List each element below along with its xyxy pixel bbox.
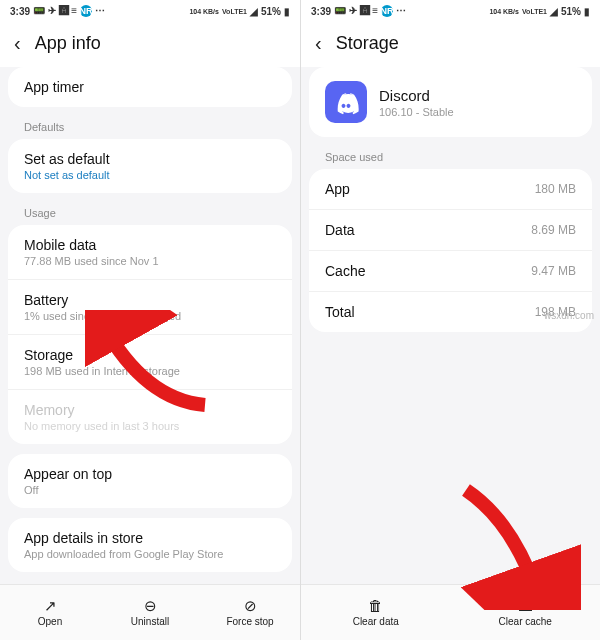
- clear-data-button[interactable]: 🗑 Clear data: [301, 585, 451, 640]
- status-icons-left: 📟 ✈ 🅰 ≡ NR ⋯: [334, 5, 406, 17]
- row-battery[interactable]: Battery 1% used since last fully charged: [8, 279, 292, 334]
- header: ‹ App info: [0, 22, 300, 67]
- status-icons-left: 📟 ✈ 🅰 ≡ NR ⋯: [33, 5, 105, 17]
- row-app-details-store[interactable]: App details in store App downloaded from…: [8, 518, 292, 572]
- row-storage[interactable]: Storage 198 MB used in Internal storage: [8, 334, 292, 389]
- discord-icon: [325, 81, 367, 123]
- clear-cache-button[interactable]: 🗃 Clear cache: [451, 585, 601, 640]
- row-appear-on-top[interactable]: Appear on top Off: [8, 454, 292, 508]
- bottom-bar: 🗑 Clear data 🗃 Clear cache: [301, 584, 600, 640]
- back-icon[interactable]: ‹: [315, 32, 322, 55]
- status-net: 104 KB/s: [489, 8, 519, 15]
- app-header: Discord 106.10 - Stable: [309, 67, 592, 137]
- row-set-default[interactable]: Set as default Not set as default: [8, 139, 292, 193]
- row-app-size: App 180 MB: [309, 169, 592, 209]
- status-net: 104 KB/s: [189, 8, 219, 15]
- section-defaults: Defaults: [8, 117, 292, 139]
- trash-icon: 🗑: [368, 598, 383, 613]
- row-mobile-data[interactable]: Mobile data 77.88 MB used since Nov 1: [8, 225, 292, 279]
- page-title: Storage: [336, 33, 399, 54]
- uninstall-button[interactable]: ⊖ Uninstall: [100, 585, 200, 640]
- open-icon: ↗: [44, 598, 57, 613]
- header: ‹ Storage: [301, 22, 600, 67]
- section-usage: Usage: [8, 203, 292, 225]
- row-app-timer[interactable]: App timer: [8, 67, 292, 107]
- status-time: 3:39: [10, 6, 30, 17]
- battery-icon: ▮: [284, 6, 290, 17]
- battery-icon: ▮: [584, 6, 590, 17]
- page-title: App info: [35, 33, 101, 54]
- screen-app-info: 3:39 📟 ✈ 🅰 ≡ NR ⋯ 104 KB/s VoLTE1 ◢ 51% …: [0, 0, 300, 640]
- signal-icon: ◢: [550, 6, 558, 17]
- section-space-used: Space used: [309, 147, 592, 169]
- watermark: wsxdn.com: [544, 310, 594, 321]
- row-data-size: Data 8.69 MB: [309, 209, 592, 250]
- row-memory: Memory No memory used in last 3 hours: [8, 389, 292, 444]
- status-bar: 3:39 📟 ✈ 🅰 ≡ NR ⋯ 104 KB/s VoLTE1 ◢ 51% …: [301, 0, 600, 22]
- row-cache-size: Cache 9.47 MB: [309, 250, 592, 291]
- status-volte: VoLTE1: [222, 8, 247, 15]
- status-time: 3:39: [311, 6, 331, 17]
- battery-pct: 51%: [261, 6, 281, 17]
- back-icon[interactable]: ‹: [14, 32, 21, 55]
- uninstall-icon: ⊖: [144, 598, 157, 613]
- clear-cache-icon: 🗃: [518, 598, 533, 613]
- force-stop-icon: ⊘: [244, 598, 257, 613]
- status-volte: VoLTE1: [522, 8, 547, 15]
- app-name: Discord: [379, 87, 454, 104]
- force-stop-button[interactable]: ⊘ Force stop: [200, 585, 300, 640]
- open-button[interactable]: ↗ Open: [0, 585, 100, 640]
- status-bar: 3:39 📟 ✈ 🅰 ≡ NR ⋯ 104 KB/s VoLTE1 ◢ 51% …: [0, 0, 300, 22]
- battery-pct: 51%: [561, 6, 581, 17]
- signal-icon: ◢: [250, 6, 258, 17]
- app-version: 106.10 - Stable: [379, 106, 454, 118]
- bottom-bar: ↗ Open ⊖ Uninstall ⊘ Force stop: [0, 584, 300, 640]
